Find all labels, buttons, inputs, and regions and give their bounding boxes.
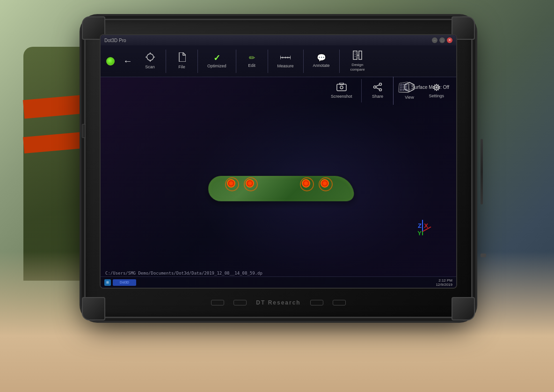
tablet-body: Dot3D Pro ─ □ ✕ ← xyxy=(84,19,473,318)
target-marker-4 xyxy=(321,179,329,188)
side-button[interactable] xyxy=(82,124,86,138)
tablet-brand-text: DT Research xyxy=(256,299,300,306)
share-icon xyxy=(373,83,382,93)
share-button[interactable]: Share xyxy=(364,80,390,102)
scan-icon xyxy=(146,52,155,63)
close-button[interactable]: ✕ xyxy=(447,37,452,43)
svg-rect-11 xyxy=(353,51,357,59)
target-marker-2 xyxy=(246,179,254,188)
settings-label: Settings xyxy=(429,94,444,99)
svg-rect-17 xyxy=(337,84,346,91)
svg-point-22 xyxy=(373,86,376,88)
checkmark-icon: ✓ xyxy=(213,54,220,62)
divider xyxy=(361,79,362,102)
measure-icon xyxy=(280,54,291,62)
scan-button[interactable]: Scan xyxy=(137,50,163,73)
surface-mode-indicator: Surface Mode: Off xyxy=(398,82,449,92)
taskbar-left: ⊞ Dot3D xyxy=(104,279,136,286)
tablet-screen: Dot3D Pro ─ □ ✕ ← xyxy=(100,34,457,289)
design-compare-label: Design compare xyxy=(350,63,365,72)
design-compare-icon xyxy=(353,51,362,61)
app-taskbar-icon[interactable]: Dot3D xyxy=(113,279,136,286)
app-title: Dot3D Pro xyxy=(104,38,428,43)
minimize-button[interactable]: ─ xyxy=(432,37,437,43)
svg-rect-16 xyxy=(359,51,362,59)
edit-label: Edit xyxy=(248,63,255,68)
screenshot-icon xyxy=(336,83,347,93)
optimized-button[interactable]: ✓ Optimized xyxy=(201,51,233,72)
start-menu-icon[interactable]: ⊞ xyxy=(104,279,111,286)
optimized-label: Optimized xyxy=(207,64,226,69)
svg-line-24 xyxy=(376,87,379,89)
annotate-icon: 💬 xyxy=(317,54,326,62)
bottom-bezel: DT Research xyxy=(86,289,471,317)
status-bar: C:/Users/SMG Demo/Documents/Dot3d/Data/2… xyxy=(105,268,452,276)
file-button[interactable]: File xyxy=(169,50,195,73)
maximize-button[interactable]: □ xyxy=(439,37,445,43)
edit-icon: ✏ xyxy=(249,54,255,62)
file-label: File xyxy=(178,65,185,70)
divider xyxy=(303,50,304,73)
annotate-label: Annotate xyxy=(313,63,330,68)
3d-viewport[interactable]: Z X Y xyxy=(101,110,456,288)
annotate-button[interactable]: 💬 Annotate xyxy=(306,51,336,71)
divider xyxy=(166,50,166,73)
divider xyxy=(393,77,394,105)
scan-label: Scan xyxy=(145,65,155,70)
svg-line-30 xyxy=(423,227,431,232)
strap xyxy=(481,139,483,204)
surface-mode-text: Surface Mode: Off xyxy=(411,85,449,90)
taskbar: ⊞ Dot3D 2:12 PM 12/9/2019 xyxy=(101,276,456,288)
status-indicator xyxy=(106,57,115,65)
svg-line-23 xyxy=(376,85,379,87)
taskbar-clock: 2:12 PM 12/9/2019 xyxy=(436,278,452,287)
bezel-power-button[interactable] xyxy=(211,300,224,305)
strap-end xyxy=(481,254,486,257)
divider xyxy=(339,50,340,73)
svg-point-21 xyxy=(379,88,381,91)
divider xyxy=(268,50,268,73)
svg-point-20 xyxy=(379,83,381,85)
view-label: View xyxy=(405,95,414,100)
file-path-text: C:/Users/SMG Demo/Documents/Dot3d/Data/2… xyxy=(105,271,262,276)
screenshot-label: Screenshot xyxy=(331,94,352,99)
window-controls: ─ □ ✕ xyxy=(432,37,452,43)
svg-rect-18 xyxy=(340,83,343,85)
divider xyxy=(197,50,198,73)
main-toolbar: ← Scan xyxy=(101,45,456,77)
target-marker-3 xyxy=(302,179,310,188)
svg-point-0 xyxy=(147,54,153,60)
bezel-asterisk-button[interactable] xyxy=(233,300,247,305)
divider xyxy=(236,50,236,73)
taskbar-date: 12/9/2019 xyxy=(436,283,452,287)
bezel-hash-button[interactable] xyxy=(310,300,323,305)
title-bar: Dot3D Pro ─ □ ✕ xyxy=(101,35,456,45)
taskbar-time: 2:12 PM xyxy=(436,278,452,283)
target-marker-1 xyxy=(227,179,235,188)
measure-button[interactable]: Measure xyxy=(271,51,300,72)
file-icon xyxy=(178,52,186,63)
svg-point-19 xyxy=(340,86,343,89)
measure-label: Measure xyxy=(277,64,294,69)
scan-object-3d xyxy=(199,171,367,208)
surface-mode-icon xyxy=(398,82,409,93)
edit-button[interactable]: ✏ Edit xyxy=(239,51,265,71)
design-compare-button[interactable]: Design compare xyxy=(343,48,373,74)
back-button[interactable]: ← xyxy=(118,56,137,66)
share-label: Share xyxy=(372,94,383,99)
screenshot-button[interactable]: Screenshot xyxy=(324,80,359,102)
bezel-plus-button[interactable] xyxy=(333,300,346,305)
